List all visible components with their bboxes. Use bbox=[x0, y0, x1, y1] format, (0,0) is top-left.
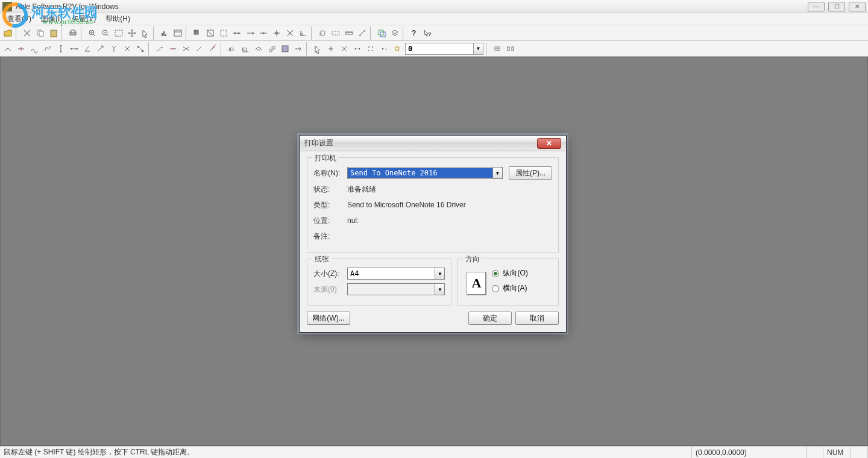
print-icon[interactable] bbox=[66, 27, 80, 40]
svg-point-38 bbox=[172, 48, 174, 49]
extend-icon[interactable] bbox=[193, 42, 206, 55]
open-icon[interactable] bbox=[1, 27, 14, 40]
align-icon[interactable] bbox=[491, 42, 504, 55]
trim-icon[interactable] bbox=[206, 42, 219, 55]
fill-icon[interactable] bbox=[278, 42, 292, 55]
minimize-button[interactable]: — bbox=[808, 2, 825, 11]
context-help-icon[interactable]: ? bbox=[421, 27, 434, 40]
snap-mid-icon[interactable] bbox=[257, 27, 270, 40]
measure-icon[interactable] bbox=[356, 27, 369, 40]
cancel-button[interactable]: 取消 bbox=[515, 312, 559, 325]
portrait-label: 纵向(O) bbox=[503, 268, 527, 278]
grid-nodes-icon[interactable] bbox=[364, 42, 377, 55]
pointer-icon[interactable] bbox=[139, 27, 152, 40]
crop-icon[interactable] bbox=[204, 27, 217, 40]
angle-icon[interactable] bbox=[81, 42, 94, 55]
refresh-icon[interactable] bbox=[316, 27, 329, 40]
zoom-out-icon[interactable] bbox=[99, 27, 112, 40]
chevron-down-icon: ▼ bbox=[435, 284, 444, 295]
network-button[interactable]: 网络(W)... bbox=[307, 312, 350, 325]
join-icon[interactable] bbox=[180, 42, 193, 55]
curve2-icon[interactable] bbox=[153, 42, 166, 55]
menu-view[interactable]: 查看(V) bbox=[2, 13, 36, 25]
portrait-radio[interactable]: 纵向(O) bbox=[492, 268, 527, 278]
line-edit-icon[interactable] bbox=[1, 42, 14, 55]
snap-node-icon[interactable] bbox=[270, 27, 283, 40]
histogram-icon[interactable] bbox=[158, 27, 171, 40]
help-icon[interactable]: ? bbox=[407, 27, 421, 40]
titlebar: Able Software R2V for Windows — ☐ ✕ bbox=[0, 0, 868, 13]
label-plus-icon[interactable]: + bbox=[377, 42, 391, 55]
svg-rect-25 bbox=[301, 34, 303, 36]
layers-icon[interactable] bbox=[388, 27, 401, 40]
id-label-icon[interactable]: ID bbox=[225, 42, 239, 55]
menu-image[interactable]: 图像(I) bbox=[36, 13, 67, 25]
snap-end-icon[interactable] bbox=[244, 27, 257, 40]
separator bbox=[153, 27, 157, 40]
chevron-down-icon[interactable]: ▼ bbox=[473, 43, 483, 54]
grid-icon[interactable] bbox=[190, 27, 204, 40]
dot-node-icon[interactable] bbox=[351, 42, 364, 55]
layer-dash-icon[interactable] bbox=[329, 27, 342, 40]
ruler-icon[interactable] bbox=[342, 27, 356, 40]
overlay-icon[interactable] bbox=[375, 27, 388, 40]
pointer2-icon[interactable] bbox=[311, 42, 324, 55]
status-combo[interactable]: 0 ▼ bbox=[405, 43, 483, 55]
branch-icon[interactable] bbox=[107, 42, 121, 55]
ok-button[interactable]: 确定 bbox=[468, 312, 512, 325]
line-cut-icon[interactable] bbox=[14, 42, 28, 55]
printer-type-value: Send to Microsoft OneNote 16 Driver bbox=[347, 201, 466, 209]
x-node-icon[interactable] bbox=[338, 42, 351, 55]
distribute-icon[interactable] bbox=[504, 42, 517, 55]
printer-properties-button[interactable]: 属性(P)... bbox=[509, 166, 552, 180]
svg-rect-13 bbox=[194, 30, 196, 32]
paste-icon[interactable] bbox=[47, 27, 60, 40]
pan-icon[interactable] bbox=[125, 27, 139, 40]
contour-icon[interactable] bbox=[252, 42, 265, 55]
separator bbox=[306, 42, 310, 55]
vertical-line-icon[interactable] bbox=[54, 42, 68, 55]
arrow3-icon[interactable] bbox=[292, 42, 305, 55]
svg-text:?: ? bbox=[428, 31, 432, 37]
split-icon[interactable] bbox=[166, 42, 180, 55]
poly-tool-icon[interactable] bbox=[41, 42, 54, 55]
arrow2-icon[interactable] bbox=[94, 42, 107, 55]
horizontal-line-icon[interactable] bbox=[68, 42, 81, 55]
dialog-titlebar[interactable]: 打印设置 ✕ bbox=[300, 136, 566, 151]
zoom-in-icon[interactable] bbox=[86, 27, 99, 40]
close-window-button[interactable]: ✕ bbox=[849, 2, 866, 11]
paper-size-label: 大小(Z): bbox=[313, 269, 347, 279]
chevron-down-icon[interactable]: ▼ bbox=[435, 268, 444, 279]
svg-rect-15 bbox=[194, 33, 196, 34]
chevron-down-icon[interactable]: ▼ bbox=[492, 168, 502, 178]
svg-point-22 bbox=[263, 32, 265, 34]
info-panel-icon[interactable] bbox=[171, 27, 184, 40]
hatch-icon[interactable] bbox=[265, 42, 278, 55]
printer-name-select[interactable]: Send To OneNote 2016 ▼ bbox=[347, 167, 503, 179]
printer-group: 打印机 名称(N): Send To OneNote 2016 ▼ 属性(P).… bbox=[307, 157, 559, 253]
roi-icon[interactable] bbox=[217, 27, 230, 40]
separator bbox=[370, 27, 374, 40]
snap-int-icon[interactable] bbox=[283, 27, 297, 40]
id2-label-icon[interactable]: ID bbox=[239, 42, 252, 55]
plus-node-icon[interactable] bbox=[324, 42, 338, 55]
cut-icon[interactable] bbox=[20, 27, 34, 40]
zoom-window-icon[interactable] bbox=[112, 27, 125, 40]
curve-tool-icon[interactable] bbox=[28, 42, 41, 55]
star-icon[interactable] bbox=[391, 42, 404, 55]
svg-rect-2 bbox=[51, 30, 57, 37]
cross-icon[interactable] bbox=[121, 42, 134, 55]
landscape-radio[interactable]: 横向(A) bbox=[492, 283, 527, 293]
copy-icon[interactable] bbox=[34, 27, 47, 40]
printer-type-label: 类型: bbox=[313, 200, 347, 210]
status-pane-2 bbox=[851, 447, 868, 458]
dialog-close-button[interactable]: ✕ bbox=[537, 138, 561, 149]
menu-help[interactable]: 帮助(H) bbox=[101, 13, 135, 25]
node-edit-icon[interactable] bbox=[134, 42, 147, 55]
paper-size-select[interactable]: A4 ▼ bbox=[347, 268, 445, 280]
snap-perp-icon[interactable] bbox=[297, 27, 310, 40]
snap-h-icon[interactable] bbox=[230, 27, 244, 40]
maximize-button[interactable]: ☐ bbox=[828, 2, 845, 11]
menu-vector[interactable]: 矢量(V) bbox=[67, 13, 101, 25]
window-title: Able Software R2V for Windows bbox=[16, 2, 808, 11]
